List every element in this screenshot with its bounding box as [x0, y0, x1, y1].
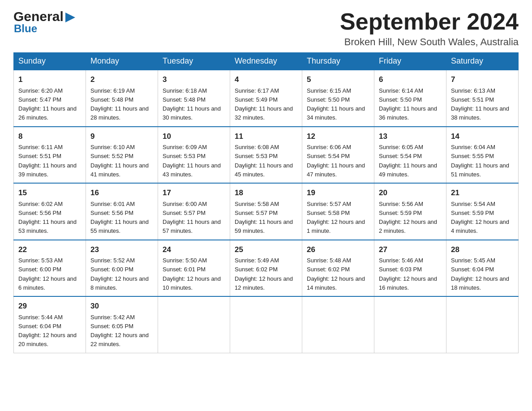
- calendar-cell: 28 Sunrise: 5:45 AMSunset: 6:04 PMDaylig…: [446, 240, 519, 297]
- day-info: Sunrise: 5:46 AMSunset: 6:03 PMDaylight:…: [379, 257, 437, 291]
- day-number: 23: [90, 244, 153, 256]
- day-number: 15: [18, 187, 81, 199]
- calendar-cell: 15 Sunrise: 6:02 AMSunset: 5:56 PMDaylig…: [14, 183, 86, 240]
- calendar-cell: 19 Sunrise: 5:57 AMSunset: 5:58 PMDaylig…: [302, 183, 374, 240]
- day-number: 7: [451, 74, 514, 86]
- day-info: Sunrise: 6:20 AMSunset: 5:47 PMDaylight:…: [18, 87, 77, 121]
- day-info: Sunrise: 5:48 AMSunset: 6:02 PMDaylight:…: [307, 257, 365, 291]
- day-info: Sunrise: 5:49 AMSunset: 6:02 PMDaylight:…: [235, 257, 293, 291]
- day-number: 14: [451, 131, 514, 142]
- day-number: 29: [18, 300, 81, 312]
- calendar-cell: 6 Sunrise: 6:14 AMSunset: 5:50 PMDayligh…: [374, 70, 446, 127]
- calendar-cell: [158, 296, 230, 353]
- calendar-cell: 21 Sunrise: 5:54 AMSunset: 5:59 PMDaylig…: [446, 183, 519, 240]
- day-number: 25: [235, 244, 297, 256]
- day-info: Sunrise: 5:44 AMSunset: 6:04 PMDaylight:…: [18, 314, 77, 348]
- day-number: 4: [235, 74, 297, 86]
- calendar-cell: 11 Sunrise: 6:08 AMSunset: 5:53 PMDaylig…: [230, 127, 302, 184]
- day-info: Sunrise: 5:45 AMSunset: 6:04 PMDaylight:…: [451, 257, 509, 291]
- calendar-cell: 20 Sunrise: 5:56 AMSunset: 5:59 PMDaylig…: [374, 183, 446, 240]
- day-number: 12: [307, 131, 369, 142]
- calendar-table: Sunday Monday Tuesday Wednesday Thursday…: [13, 52, 519, 353]
- header-sunday: Sunday: [14, 53, 86, 70]
- day-number: 3: [163, 74, 225, 86]
- day-info: Sunrise: 6:15 AMSunset: 5:50 PMDaylight:…: [307, 87, 365, 121]
- calendar-cell: 5 Sunrise: 6:15 AMSunset: 5:50 PMDayligh…: [302, 70, 374, 127]
- month-title: September 2024: [340, 9, 519, 34]
- logo-text-blue: Blue: [13, 22, 75, 35]
- day-number: 17: [163, 187, 225, 199]
- header-wednesday: Wednesday: [230, 53, 302, 70]
- day-number: 21: [451, 187, 514, 199]
- calendar-cell: 30 Sunrise: 5:42 AMSunset: 6:05 PMDaylig…: [86, 296, 158, 353]
- day-info: Sunrise: 6:05 AMSunset: 5:54 PMDaylight:…: [379, 144, 437, 178]
- calendar-cell: 18 Sunrise: 5:58 AMSunset: 5:57 PMDaylig…: [230, 183, 302, 240]
- day-number: 28: [451, 244, 514, 256]
- title-block: September 2024 Broken Hill, New South Wa…: [340, 9, 519, 48]
- day-info: Sunrise: 5:53 AMSunset: 6:00 PMDaylight:…: [18, 257, 77, 291]
- day-info: Sunrise: 6:01 AMSunset: 5:56 PMDaylight:…: [90, 201, 149, 235]
- day-number: 20: [379, 187, 442, 199]
- day-info: Sunrise: 5:56 AMSunset: 5:59 PMDaylight:…: [379, 201, 437, 235]
- svg-marker-0: [65, 13, 75, 22]
- header-monday: Monday: [86, 53, 158, 70]
- day-info: Sunrise: 5:50 AMSunset: 6:01 PMDaylight:…: [163, 257, 221, 291]
- day-info: Sunrise: 6:11 AMSunset: 5:51 PMDaylight:…: [18, 144, 77, 178]
- day-number: 10: [163, 131, 225, 142]
- day-number: 24: [163, 244, 225, 256]
- header-thursday: Thursday: [302, 53, 374, 70]
- calendar-cell: 4 Sunrise: 6:17 AMSunset: 5:49 PMDayligh…: [230, 70, 302, 127]
- day-number: 9: [90, 131, 153, 142]
- day-number: 27: [379, 244, 442, 256]
- day-info: Sunrise: 6:08 AMSunset: 5:53 PMDaylight:…: [235, 144, 293, 178]
- calendar-cell: 22 Sunrise: 5:53 AMSunset: 6:00 PMDaylig…: [14, 240, 86, 297]
- day-number: 18: [235, 187, 297, 199]
- week-row-3: 15 Sunrise: 6:02 AMSunset: 5:56 PMDaylig…: [14, 183, 519, 240]
- day-info: Sunrise: 5:52 AMSunset: 6:00 PMDaylight:…: [90, 257, 149, 291]
- day-info: Sunrise: 6:06 AMSunset: 5:54 PMDaylight:…: [307, 144, 365, 178]
- day-number: 5: [307, 74, 369, 86]
- day-info: Sunrise: 6:02 AMSunset: 5:56 PMDaylight:…: [18, 201, 77, 235]
- location-title: Broken Hill, New South Wales, Australia: [340, 36, 519, 48]
- day-info: Sunrise: 6:14 AMSunset: 5:50 PMDaylight:…: [379, 87, 437, 121]
- header-tuesday: Tuesday: [158, 53, 230, 70]
- calendar-cell: 8 Sunrise: 6:11 AMSunset: 5:51 PMDayligh…: [14, 127, 86, 184]
- header-saturday: Saturday: [446, 53, 519, 70]
- calendar-cell: 2 Sunrise: 6:19 AMSunset: 5:48 PMDayligh…: [86, 70, 158, 127]
- day-headers-row: Sunday Monday Tuesday Wednesday Thursday…: [14, 53, 519, 70]
- week-row-4: 22 Sunrise: 5:53 AMSunset: 6:00 PMDaylig…: [14, 240, 519, 297]
- calendar-cell: 24 Sunrise: 5:50 AMSunset: 6:01 PMDaylig…: [158, 240, 230, 297]
- calendar-cell: 1 Sunrise: 6:20 AMSunset: 5:47 PMDayligh…: [14, 70, 86, 127]
- day-number: 1: [18, 74, 81, 86]
- day-info: Sunrise: 6:04 AMSunset: 5:55 PMDaylight:…: [451, 144, 509, 178]
- calendar-cell: 16 Sunrise: 6:01 AMSunset: 5:56 PMDaylig…: [86, 183, 158, 240]
- calendar-cell: 26 Sunrise: 5:48 AMSunset: 6:02 PMDaylig…: [302, 240, 374, 297]
- calendar-cell: 17 Sunrise: 6:00 AMSunset: 5:57 PMDaylig…: [158, 183, 230, 240]
- calendar-cell: 3 Sunrise: 6:18 AMSunset: 5:48 PMDayligh…: [158, 70, 230, 127]
- logo-line1: General: [13, 9, 75, 24]
- day-number: 8: [18, 131, 81, 142]
- day-info: Sunrise: 6:00 AMSunset: 5:57 PMDaylight:…: [163, 201, 221, 235]
- day-info: Sunrise: 6:10 AMSunset: 5:52 PMDaylight:…: [90, 144, 149, 178]
- day-info: Sunrise: 6:19 AMSunset: 5:48 PMDaylight:…: [90, 87, 149, 121]
- calendar-cell: 12 Sunrise: 6:06 AMSunset: 5:54 PMDaylig…: [302, 127, 374, 184]
- day-info: Sunrise: 6:18 AMSunset: 5:48 PMDaylight:…: [163, 87, 221, 121]
- calendar-cell: 13 Sunrise: 6:05 AMSunset: 5:54 PMDaylig…: [374, 127, 446, 184]
- header-friday: Friday: [374, 53, 446, 70]
- day-info: Sunrise: 5:57 AMSunset: 5:58 PMDaylight:…: [307, 201, 365, 235]
- day-info: Sunrise: 5:58 AMSunset: 5:57 PMDaylight:…: [235, 201, 293, 235]
- day-info: Sunrise: 6:17 AMSunset: 5:49 PMDaylight:…: [235, 87, 293, 121]
- day-number: 19: [307, 187, 369, 199]
- calendar-cell: 23 Sunrise: 5:52 AMSunset: 6:00 PMDaylig…: [86, 240, 158, 297]
- day-info: Sunrise: 5:54 AMSunset: 5:59 PMDaylight:…: [451, 201, 509, 235]
- logo: General Blue: [13, 9, 75, 35]
- page-header: General Blue September 2024 Broken Hill,…: [13, 9, 519, 48]
- day-number: 11: [235, 131, 297, 142]
- week-row-2: 8 Sunrise: 6:11 AMSunset: 5:51 PMDayligh…: [14, 127, 519, 184]
- week-row-5: 29 Sunrise: 5:44 AMSunset: 6:04 PMDaylig…: [14, 296, 519, 353]
- calendar-cell: [230, 296, 302, 353]
- calendar-cell: 9 Sunrise: 6:10 AMSunset: 5:52 PMDayligh…: [86, 127, 158, 184]
- calendar-cell: 27 Sunrise: 5:46 AMSunset: 6:03 PMDaylig…: [374, 240, 446, 297]
- day-number: 6: [379, 74, 442, 86]
- calendar-cell: [374, 296, 446, 353]
